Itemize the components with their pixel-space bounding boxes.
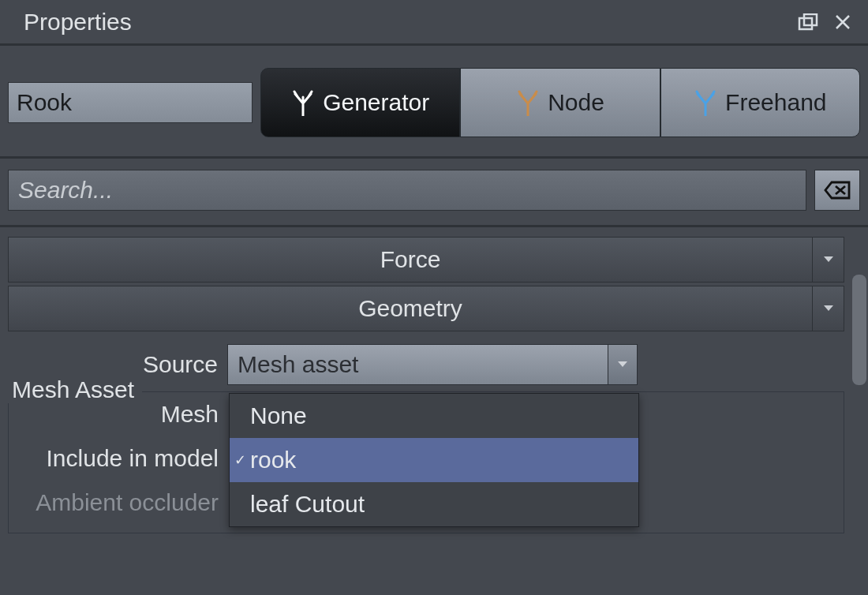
undock-icon[interactable] xyxy=(797,11,819,33)
section-geometry-label: Geometry xyxy=(9,295,812,322)
tab-generator-label: Generator xyxy=(323,89,429,116)
chevron-down-icon[interactable] xyxy=(608,344,638,385)
tree-icon xyxy=(291,88,315,118)
ambient-label: Ambient occluder xyxy=(9,489,228,516)
chevron-down-icon[interactable] xyxy=(812,286,844,331)
tab-freehand-label: Freehand xyxy=(725,89,826,116)
mode-tab-group: Generator Node Freehand xyxy=(260,68,860,137)
dropdown-option-none[interactable]: None xyxy=(230,394,638,438)
section-force-label: Force xyxy=(9,246,812,273)
include-label: Include in model xyxy=(9,445,228,472)
dropdown-option-leaf-cutout[interactable]: leaf Cutout xyxy=(230,482,638,526)
source-value: Mesh asset xyxy=(238,351,358,378)
titlebar: Properties xyxy=(0,0,868,46)
dropdown-option-rook[interactable]: rook xyxy=(230,438,638,482)
svg-rect-1 xyxy=(804,14,817,25)
tree-icon xyxy=(694,88,717,118)
properties-body: Force Geometry Source Mesh asset Mesh xyxy=(0,227,868,595)
source-label: Source xyxy=(8,351,227,378)
tab-generator[interactable]: Generator xyxy=(260,68,460,137)
search-row xyxy=(0,159,868,227)
object-name-input[interactable] xyxy=(8,82,253,123)
close-icon[interactable] xyxy=(832,11,854,33)
header-strip: Generator Node Freehand xyxy=(0,46,868,159)
section-geometry[interactable]: Geometry xyxy=(8,286,844,331)
mesh-label: Mesh xyxy=(9,401,228,428)
svg-rect-0 xyxy=(799,18,812,29)
source-combobox[interactable]: Mesh asset xyxy=(227,344,638,385)
scrollbar[interactable] xyxy=(844,227,868,595)
tab-node-label: Node xyxy=(548,89,604,116)
tree-icon xyxy=(516,88,540,118)
scrollbar-thumb[interactable] xyxy=(852,275,866,385)
properties-list: Force Geometry Source Mesh asset Mesh xyxy=(0,227,844,595)
clear-search-button[interactable] xyxy=(814,170,860,211)
section-force[interactable]: Force xyxy=(8,237,844,283)
search-input[interactable] xyxy=(8,170,806,211)
chevron-down-icon[interactable] xyxy=(812,238,844,282)
tab-node[interactable]: Node xyxy=(460,68,660,137)
group-mesh-asset-legend: Mesh Asset xyxy=(4,376,142,403)
tab-freehand[interactable]: Freehand xyxy=(660,68,860,137)
mesh-dropdown-popup: None rook leaf Cutout xyxy=(229,393,639,527)
panel-title: Properties xyxy=(24,9,784,36)
